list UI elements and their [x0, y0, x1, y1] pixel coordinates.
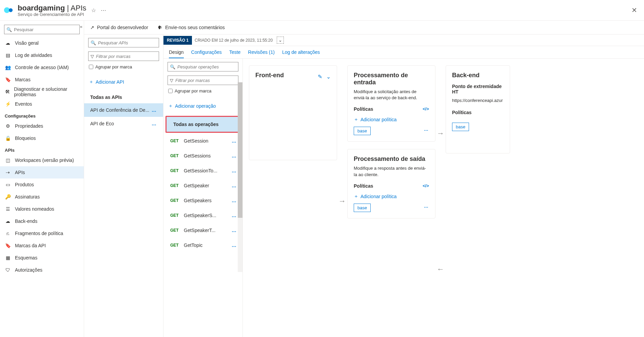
nav-icon: ⚙ [5, 123, 11, 129]
nav-item[interactable]: 🔒Bloqueios [0, 132, 84, 144]
ops-search-input[interactable] [177, 64, 236, 69]
arrow-left-icon: ← [435, 265, 446, 274]
api-search-input[interactable] [98, 40, 157, 45]
http-method: GET [170, 168, 184, 173]
nav-item[interactable]: ▦Esquemas [0, 252, 84, 264]
http-method: GET [170, 243, 184, 248]
more-icon[interactable]: … [232, 198, 237, 203]
tab-changelog[interactable]: Log de alterações [282, 49, 320, 55]
nav-icon: 🔒 [5, 135, 11, 141]
nav-icon: ⎌ [5, 231, 11, 236]
more-icon[interactable]: … [232, 228, 237, 233]
api-list-item[interactable]: API de Eco… [84, 117, 163, 130]
nav-item[interactable]: ☁Visão geral [0, 37, 84, 49]
inbound-panel: Processamento de entrada Modifique a sol… [347, 65, 435, 142]
add-api-button[interactable]: ＋ Adicionar API [89, 79, 158, 85]
tab-config[interactable]: Configurações [191, 49, 222, 55]
tab-design[interactable]: Design [169, 49, 184, 58]
nav-item[interactable]: ◫Workspaces (versão prévia) [0, 154, 84, 166]
page-header: boardgaming | APIs Serviço de Gerenciame… [0, 0, 644, 20]
ops-search[interactable]: 🔍 [168, 62, 238, 71]
more-icon[interactable]: … [152, 121, 157, 126]
operation-item[interactable]: GETGetSpeaker… [163, 178, 242, 193]
nav-icon: 🔖 [5, 77, 11, 82]
leftnav-search-input[interactable] [14, 27, 77, 32]
all-apis-item[interactable]: Todas as APIs [84, 91, 163, 103]
nav-item[interactable]: ▭Produtos [0, 178, 84, 191]
plus-icon: ＋ [89, 79, 94, 85]
filter-icon: ▽ [170, 78, 173, 83]
operation-item[interactable]: GETGetSpeakers… [163, 193, 242, 208]
code-icon[interactable]: </> [423, 183, 429, 188]
ops-filter-input[interactable] [175, 78, 236, 83]
tab-test[interactable]: Teste [229, 49, 240, 55]
nav-item[interactable]: 👥Controle de acesso (IAM) [0, 61, 84, 73]
code-icon[interactable]: </> [423, 106, 429, 111]
nav-icon: ▭ [5, 182, 11, 187]
nav-item[interactable]: 🔖Marcas da API [0, 239, 84, 252]
more-icon[interactable]: … [232, 213, 237, 218]
api-group-checkbox[interactable]: Agrupar por marca [89, 64, 158, 69]
revision-bar: REVISÃO 1 CRIADO EM 12 de julho de 2023,… [163, 35, 644, 46]
nav-item[interactable]: ⇢APIs [0, 166, 84, 178]
api-filter-tags[interactable]: ▽ [88, 51, 159, 61]
plus-icon: ＋ [354, 193, 358, 199]
nav-icon: ☁ [5, 40, 11, 46]
more-icon[interactable]: ⋯ [101, 7, 106, 14]
add-inbound-policy[interactable]: ＋Adicionar política [354, 117, 429, 123]
more-icon[interactable]: … [424, 204, 429, 209]
nav-item[interactable]: ⎌Fragmentos de política [0, 227, 84, 239]
base-tag[interactable]: base [354, 127, 371, 135]
tab-revisions[interactable]: Revisões (1) [248, 49, 275, 55]
feedback-link[interactable]: 🗣 Envie-nos seus comentários [158, 25, 225, 30]
operation-item[interactable]: GETGetSessions… [163, 148, 242, 163]
revision-dropdown-icon[interactable]: ⌄ [277, 37, 284, 44]
operation-item[interactable]: GETGetTopic… [163, 238, 242, 253]
more-icon[interactable]: … [152, 107, 157, 113]
close-icon[interactable]: ✕ [630, 5, 639, 16]
ops-group-checkbox[interactable]: Agrupar por marca [168, 88, 238, 93]
nav-icon: 🔑 [5, 194, 11, 199]
collapse-icon[interactable]: « [80, 24, 82, 29]
nav-item[interactable]: ☁Back-ends [0, 215, 84, 227]
more-icon[interactable]: … [232, 243, 237, 248]
nav-item[interactable]: 🔖Marcas [0, 73, 84, 86]
more-icon[interactable]: … [232, 153, 237, 159]
operation-item[interactable]: GETGetSessionTo...… [163, 163, 242, 178]
nav-item[interactable]: ⚡Eventos [0, 98, 84, 110]
policy-designer: Front-end ✎ ⌄ → [243, 59, 644, 337]
edit-icon[interactable]: ✎ [318, 74, 322, 80]
add-operation-button[interactable]: ＋ Adicionar operação [168, 103, 238, 109]
api-list-item[interactable]: API de Conferência de De...… [84, 103, 163, 117]
nav-item[interactable]: 🔑Assinaturas [0, 191, 84, 203]
arrow-right-icon: → [435, 129, 446, 138]
more-icon[interactable]: … [232, 138, 237, 144]
nav-item[interactable]: ☰Valores nomeados [0, 203, 84, 215]
backend-panel: Back-end Ponto de extremidade HT https:/… [446, 65, 510, 153]
nav-icon: ▤ [5, 52, 11, 58]
api-filter-input[interactable] [96, 54, 157, 59]
nav-item[interactable]: ⚙Propriedades [0, 120, 84, 132]
base-tag[interactable]: base [354, 204, 371, 212]
operation-item[interactable]: GETGetSpeakerT...… [163, 223, 242, 238]
ops-filter-tags[interactable]: ▽ [168, 76, 238, 85]
nav-item[interactable]: 🛡Autorizações [0, 264, 84, 276]
operation-item[interactable]: GETGetSpeakerS...… [163, 208, 242, 223]
dev-portal-link[interactable]: ↗ Portal do desenvolvedor [90, 25, 148, 30]
leftnav-search[interactable]: 🔍 [4, 25, 80, 34]
nav-item[interactable]: ▤Log de atividades [0, 49, 84, 61]
favorite-icon[interactable]: ☆ [91, 7, 96, 14]
all-operations-item[interactable]: Todas as operações [167, 117, 239, 132]
operation-item[interactable]: GETGetSession… [163, 133, 242, 148]
more-icon[interactable]: … [232, 168, 237, 173]
api-search[interactable]: 🔍 [88, 38, 159, 47]
more-icon[interactable]: … [424, 127, 429, 132]
more-icon[interactable]: … [232, 183, 237, 188]
ops-scrollbar-thumb[interactable] [238, 82, 242, 218]
filter-icon: ▽ [91, 54, 94, 59]
nav-item[interactable]: 🛠Diagnosticar e solucionar problemas [0, 86, 84, 98]
nav-icon: ⇢ [5, 170, 11, 175]
base-tag[interactable]: base [452, 123, 469, 131]
add-outbound-policy[interactable]: ＋Adicionar política [354, 193, 429, 199]
chevron-down-icon[interactable]: ⌄ [326, 74, 331, 80]
